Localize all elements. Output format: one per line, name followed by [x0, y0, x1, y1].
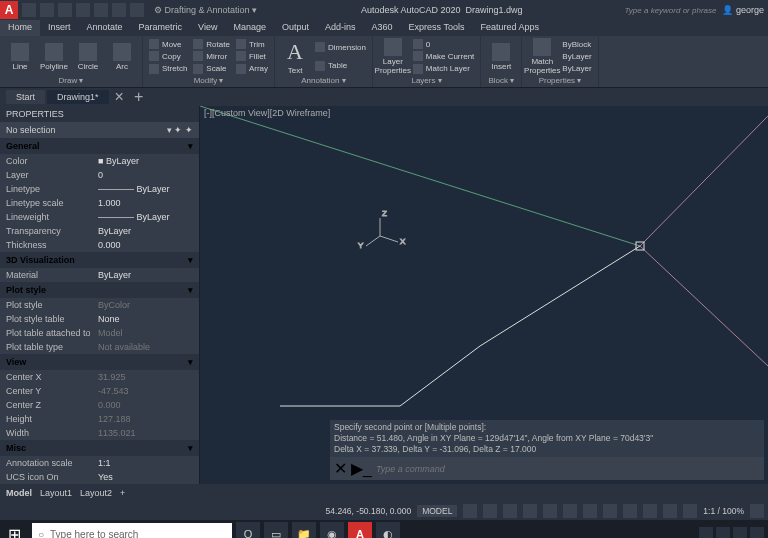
- prop-value[interactable]: Not available: [98, 342, 193, 352]
- scale-button[interactable]: Scale: [191, 64, 232, 74]
- command-input[interactable]: [376, 464, 760, 474]
- isodraft-toggle-icon[interactable]: [543, 504, 557, 518]
- command-line[interactable]: ✕ ▶_: [330, 457, 764, 480]
- tab-featured[interactable]: Featured Apps: [472, 20, 547, 36]
- tab-manage[interactable]: Manage: [225, 20, 274, 36]
- app-logo-icon[interactable]: A: [0, 1, 18, 19]
- qat-redo-icon[interactable]: [130, 3, 144, 17]
- prop-row[interactable]: Height127.188: [0, 412, 199, 426]
- prop-value[interactable]: ByColor: [98, 300, 193, 310]
- model-toggle[interactable]: MODEL: [417, 505, 457, 517]
- tab-annotate[interactable]: Annotate: [79, 20, 131, 36]
- qat-save-icon[interactable]: [58, 3, 72, 17]
- panel-modify-title[interactable]: Modify ▾: [147, 75, 270, 85]
- mirror-button[interactable]: Mirror: [191, 51, 232, 61]
- circle-button[interactable]: Circle: [72, 38, 104, 75]
- explorer-icon[interactable]: 📁: [292, 522, 316, 538]
- tray-volume-icon[interactable]: [733, 527, 747, 538]
- layout-2[interactable]: Layout2: [80, 488, 112, 498]
- prop-row[interactable]: Center X31.925: [0, 370, 199, 384]
- prop-value[interactable]: ByLayer: [98, 226, 193, 236]
- prop-row[interactable]: Plot table attached toModel: [0, 326, 199, 340]
- prop-value[interactable]: 1:1: [98, 458, 193, 468]
- prop-row[interactable]: Plot styleByColor: [0, 298, 199, 312]
- polar-toggle-icon[interactable]: [523, 504, 537, 518]
- scale-readout[interactable]: 1:1 / 100%: [703, 506, 744, 516]
- prop-value[interactable]: 0: [98, 170, 193, 180]
- arc-button[interactable]: Arc: [106, 38, 138, 75]
- panel-draw-title[interactable]: Draw ▾: [4, 75, 138, 85]
- prop-value[interactable]: 1135.021: [98, 428, 193, 438]
- tab-addins[interactable]: Add-ins: [317, 20, 364, 36]
- tab-insert[interactable]: Insert: [40, 20, 79, 36]
- color-dropdown[interactable]: ByBlock: [560, 40, 593, 49]
- layout-add[interactable]: +: [120, 488, 125, 498]
- workspace-selector[interactable]: ⚙ Drafting & Annotation ▾: [148, 5, 263, 15]
- prop-section-general[interactable]: General▾: [0, 138, 199, 154]
- lineweight-toggle-icon[interactable]: [623, 504, 637, 518]
- prop-row[interactable]: Linetype———— ByLayer: [0, 182, 199, 196]
- layout-model[interactable]: Model: [6, 488, 32, 498]
- 3dosnap-toggle-icon[interactable]: [583, 504, 597, 518]
- panel-block-title[interactable]: Block ▾: [485, 75, 517, 85]
- rotate-button[interactable]: Rotate: [191, 39, 232, 49]
- prop-row[interactable]: TransparencyByLayer: [0, 224, 199, 238]
- prop-row[interactable]: Layer0: [0, 168, 199, 182]
- chrome-icon[interactable]: ◐: [376, 522, 400, 538]
- prop-row[interactable]: MaterialByLayer: [0, 268, 199, 282]
- taskview-icon[interactable]: ▭: [264, 522, 288, 538]
- osnap-toggle-icon[interactable]: [563, 504, 577, 518]
- prop-row[interactable]: Center Y-47.543: [0, 384, 199, 398]
- match-properties-button[interactable]: Match Properties: [526, 38, 558, 75]
- tab-start[interactable]: Start: [6, 90, 45, 104]
- move-button[interactable]: Move: [147, 39, 189, 49]
- prop-value[interactable]: ■ ByLayer: [98, 156, 193, 166]
- tray-network-icon[interactable]: [716, 527, 730, 538]
- prop-row[interactable]: Thickness0.000: [0, 238, 199, 252]
- panel-layers-title[interactable]: Layers ▾: [377, 75, 476, 85]
- layout-1[interactable]: Layout1: [40, 488, 72, 498]
- qat-new-icon[interactable]: [22, 3, 36, 17]
- tray-notifications-icon[interactable]: [750, 527, 764, 538]
- prop-value[interactable]: -47.543: [98, 386, 193, 396]
- trim-button[interactable]: Trim: [234, 39, 270, 49]
- otrack-toggle-icon[interactable]: [603, 504, 617, 518]
- prop-row[interactable]: Linetype scale1.000: [0, 196, 199, 210]
- match-layer-button[interactable]: Match Layer: [411, 64, 476, 74]
- prop-value[interactable]: None: [98, 314, 193, 324]
- viewport-label[interactable]: [-][Custom View][2D Wireframe]: [204, 108, 330, 118]
- dimension-button[interactable]: Dimension: [313, 42, 368, 52]
- prop-section-misc[interactable]: Misc▾: [0, 440, 199, 456]
- prop-value[interactable]: 127.188: [98, 414, 193, 424]
- tab-view[interactable]: View: [190, 20, 225, 36]
- gear-icon[interactable]: [750, 504, 764, 518]
- prop-value[interactable]: 31.925: [98, 372, 193, 382]
- cortana-icon[interactable]: O: [236, 522, 260, 538]
- qat-saveas-icon[interactable]: [76, 3, 90, 17]
- prop-value[interactable]: ByLayer: [98, 270, 193, 280]
- prop-value[interactable]: 0.000: [98, 240, 193, 250]
- prop-row[interactable]: UCS icon OnYes: [0, 470, 199, 484]
- prop-row[interactable]: Lineweight———— ByLayer: [0, 210, 199, 224]
- prop-row[interactable]: Plot table typeNot available: [0, 340, 199, 354]
- layer-dropdown[interactable]: 0: [411, 39, 476, 49]
- selection-dropdown[interactable]: No selection▾ ✦ ✦: [0, 122, 199, 138]
- panel-annotation-title[interactable]: Annotation ▾: [279, 75, 368, 85]
- layer-properties-button[interactable]: Layer Properties: [377, 38, 409, 75]
- tab-drawing1[interactable]: Drawing1*: [47, 90, 109, 104]
- transparency-toggle-icon[interactable]: [643, 504, 657, 518]
- make-current-button[interactable]: Make Current: [411, 51, 476, 61]
- qat-plot-icon[interactable]: [94, 3, 108, 17]
- qat-undo-icon[interactable]: [112, 3, 126, 17]
- prop-row[interactable]: Annotation scale1:1: [0, 456, 199, 470]
- fillet-button[interactable]: Fillet: [234, 51, 270, 61]
- close-tab-icon[interactable]: ×: [111, 88, 128, 106]
- new-tab-icon[interactable]: +: [130, 88, 147, 106]
- polyline-button[interactable]: Polyline: [38, 38, 70, 75]
- user-menu[interactable]: 👤 george: [722, 5, 764, 15]
- prop-value[interactable]: ———— ByLayer: [98, 212, 193, 222]
- lineweight-dropdown[interactable]: ByLayer: [560, 52, 593, 61]
- qat-open-icon[interactable]: [40, 3, 54, 17]
- panel-properties-title[interactable]: Properties ▾: [526, 75, 593, 85]
- prop-section-view[interactable]: View▾: [0, 354, 199, 370]
